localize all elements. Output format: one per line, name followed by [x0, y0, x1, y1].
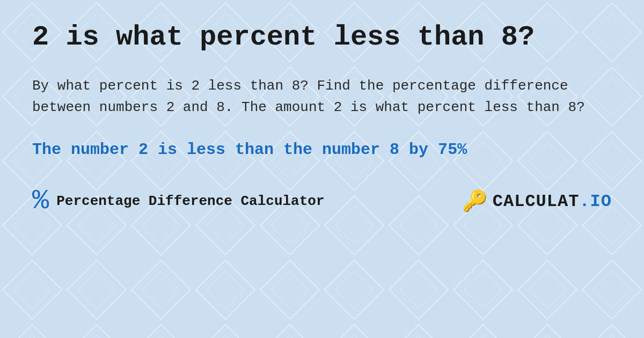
logo-text: CALCULAT.IO — [493, 192, 612, 211]
footer-branding-left: % Percentage Difference Calculator — [32, 187, 325, 215]
footer-label: Percentage Difference Calculator — [56, 193, 324, 209]
result-text: The number 2 is less than the number 8 b… — [32, 139, 612, 160]
logo-area: 🔑 CALCULAT.IO — [462, 189, 612, 214]
logo-dot: .IO — [579, 192, 612, 211]
description-text: By what percent is 2 less than 8? Find t… — [32, 75, 612, 119]
main-content: 2 is what percent less than 8? By what p… — [0, 0, 644, 231]
footer: % Percentage Difference Calculator 🔑 CAL… — [32, 187, 612, 215]
page-title: 2 is what percent less than 8? — [32, 21, 612, 54]
percent-icon: % — [32, 187, 49, 215]
logo-icon: 🔑 — [462, 189, 487, 214]
